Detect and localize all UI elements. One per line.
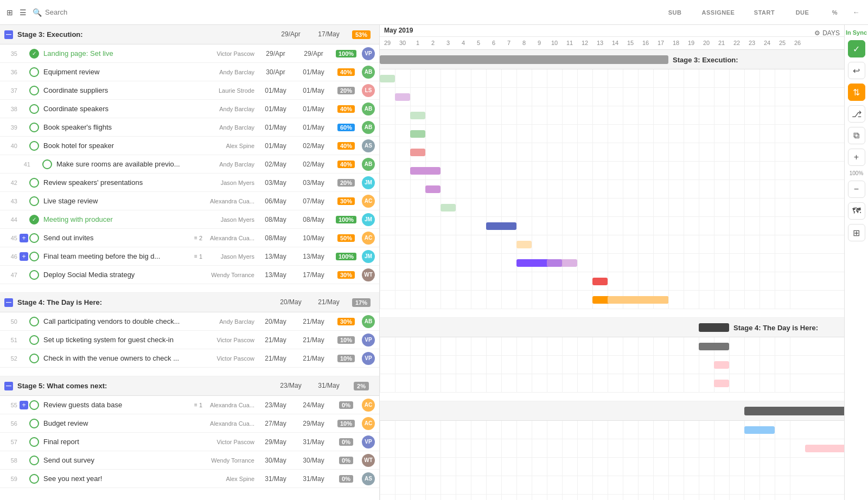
task-row[interactable]: 57·Final reportVictor Pascow29/May31/May… xyxy=(0,433,379,451)
task-check[interactable] xyxy=(29,178,39,188)
task-expand[interactable]: · xyxy=(33,160,41,169)
task-check[interactable] xyxy=(29,456,39,465)
gantt-bar[interactable] xyxy=(425,185,441,193)
task-row[interactable]: 37·Coordinate suppliersLaurie Strode01/M… xyxy=(0,81,379,100)
sort-button[interactable]: ⇅ xyxy=(848,84,865,101)
task-check[interactable] xyxy=(29,354,39,363)
stage-collapse-icon[interactable]: — xyxy=(4,298,13,307)
task-check[interactable] xyxy=(29,270,39,280)
gantt-bar-secondary[interactable] xyxy=(608,296,668,304)
task-expand[interactable]: · xyxy=(20,271,28,279)
task-expand[interactable]: · xyxy=(20,438,28,446)
task-row[interactable]: 46+Final team meeting before the big d..… xyxy=(0,247,379,266)
gantt-bar[interactable] xyxy=(699,343,729,350)
task-expand[interactable]: · xyxy=(20,354,28,363)
task-check[interactable] xyxy=(29,335,39,345)
task-check[interactable]: ✓ xyxy=(29,49,39,59)
task-row[interactable]: 38·Coordinate speakersAndy Barclay01/May… xyxy=(0,100,379,118)
task-check[interactable] xyxy=(29,419,39,428)
copy-button[interactable]: ⧉ xyxy=(848,127,865,144)
table-button[interactable]: ⊞ xyxy=(848,224,865,241)
undo-button[interactable]: ↩ xyxy=(848,62,865,79)
sync-button[interactable]: ✓ xyxy=(848,40,865,57)
gantt-bar[interactable] xyxy=(410,130,425,138)
task-row[interactable]: 40·Book hotel for speakerAlex Spine01/Ma… xyxy=(0,137,379,155)
grid-icon[interactable]: ⊞ xyxy=(4,7,15,18)
task-row[interactable]: 35·✓Landing page: Set liveVictor Pascow2… xyxy=(0,44,379,63)
stage-due: 21/May xyxy=(310,298,348,307)
task-expand[interactable]: · xyxy=(20,49,28,58)
task-check[interactable] xyxy=(29,104,39,114)
task-check[interactable] xyxy=(42,159,52,169)
zoom-out-button[interactable]: − xyxy=(848,181,865,198)
gantt-bar[interactable] xyxy=(714,361,729,369)
task-expand[interactable]: · xyxy=(20,123,28,132)
gantt-bar[interactable] xyxy=(744,426,775,434)
task-row[interactable]: 47·Deploy Social Media strategyWendy Tor… xyxy=(0,266,379,284)
task-expand[interactable]: · xyxy=(20,105,28,113)
task-name: Review speakers' presentations xyxy=(43,178,202,187)
task-check[interactable] xyxy=(29,400,39,410)
task-check[interactable] xyxy=(29,437,39,447)
task-row[interactable]: 56·Budget reviewAlexandra Cua...27/May29… xyxy=(0,414,379,433)
task-expand[interactable]: + xyxy=(20,252,28,261)
gantt-bar[interactable] xyxy=(516,241,532,248)
task-expand[interactable]: · xyxy=(20,215,28,224)
task-row[interactable]: 43·Live stage reviewAlexandra Cua...06/M… xyxy=(0,192,379,210)
task-expand[interactable]: · xyxy=(20,178,28,187)
task-expand[interactable]: · xyxy=(20,197,28,206)
task-check[interactable] xyxy=(29,474,39,484)
gantt-bar[interactable] xyxy=(410,112,425,119)
task-check[interactable] xyxy=(29,141,39,151)
stage-collapse-icon[interactable]: — xyxy=(4,30,13,39)
task-expand[interactable]: · xyxy=(20,86,28,95)
task-expand[interactable]: · xyxy=(20,142,28,150)
task-expand[interactable]: · xyxy=(20,456,28,465)
task-check[interactable]: ✓ xyxy=(29,215,39,225)
gantt-bar[interactable] xyxy=(395,93,410,101)
arrow-button[interactable]: ← xyxy=(848,5,864,20)
task-row[interactable]: 45+Send out invites≡2Alexandra Cua...08/… xyxy=(0,229,379,247)
task-row[interactable]: 39·Book speaker's flightsAndy Barclay01/… xyxy=(0,118,379,137)
gantt-settings-icon[interactable]: ⚙ xyxy=(814,29,820,37)
gantt-bar[interactable] xyxy=(592,278,608,285)
gantt-bar[interactable] xyxy=(441,204,456,211)
gantt-bar[interactable] xyxy=(410,167,441,175)
stage-collapse-icon[interactable]: — xyxy=(4,382,13,390)
task-row[interactable]: 59·See you next year!Alex Spine31/May31/… xyxy=(0,470,379,488)
task-check[interactable] xyxy=(29,123,39,132)
task-row[interactable]: 41·Make sure rooms are available previo.… xyxy=(0,155,379,174)
gantt-bar[interactable] xyxy=(410,149,425,156)
task-check[interactable] xyxy=(29,317,39,326)
task-check[interactable] xyxy=(29,67,39,77)
gantt-bar[interactable] xyxy=(805,445,844,452)
task-expand[interactable]: · xyxy=(20,68,28,76)
task-row[interactable]: 50·Call participating vendors to double … xyxy=(0,312,379,331)
task-row[interactable]: 52·Check in with the venue owners to che… xyxy=(0,349,379,368)
task-expand[interactable]: · xyxy=(20,336,28,344)
task-check[interactable] xyxy=(29,252,39,261)
gantt-bar[interactable] xyxy=(380,75,395,82)
task-expand[interactable]: · xyxy=(20,317,28,326)
task-row[interactable]: 42·Review speakers' presentationsJason M… xyxy=(0,174,379,192)
task-row[interactable]: 58·Send out surveyWendy Torrance30/May30… xyxy=(0,451,379,470)
menu-icon[interactable]: ☰ xyxy=(17,7,28,18)
zoom-in-button[interactable]: + xyxy=(848,149,865,166)
task-check[interactable] xyxy=(29,233,39,243)
task-check[interactable] xyxy=(29,86,39,95)
task-row[interactable]: 44·✓Meeting with producerJason Myers08/M… xyxy=(0,210,379,229)
task-row[interactable]: 51·Set up ticketing system for guest che… xyxy=(0,331,379,349)
task-check[interactable] xyxy=(29,196,39,206)
gantt-bar-secondary[interactable] xyxy=(547,259,577,267)
branch-button[interactable]: ⎇ xyxy=(848,105,865,123)
task-expand[interactable]: + xyxy=(20,234,28,242)
gantt-bar[interactable] xyxy=(486,222,516,230)
map-button[interactable]: 🗺 xyxy=(848,202,865,220)
task-expand[interactable]: + xyxy=(20,401,28,409)
task-row[interactable]: 36·Equipment reviewAndy Barclay30/Apr01/… xyxy=(0,63,379,81)
gantt-bar[interactable] xyxy=(714,380,729,387)
task-row[interactable]: 55+Review guests data base≡1Alexandra Cu… xyxy=(0,396,379,414)
task-expand[interactable]: · xyxy=(20,419,28,428)
task-expand[interactable]: · xyxy=(20,475,28,483)
search-input[interactable] xyxy=(45,8,136,16)
